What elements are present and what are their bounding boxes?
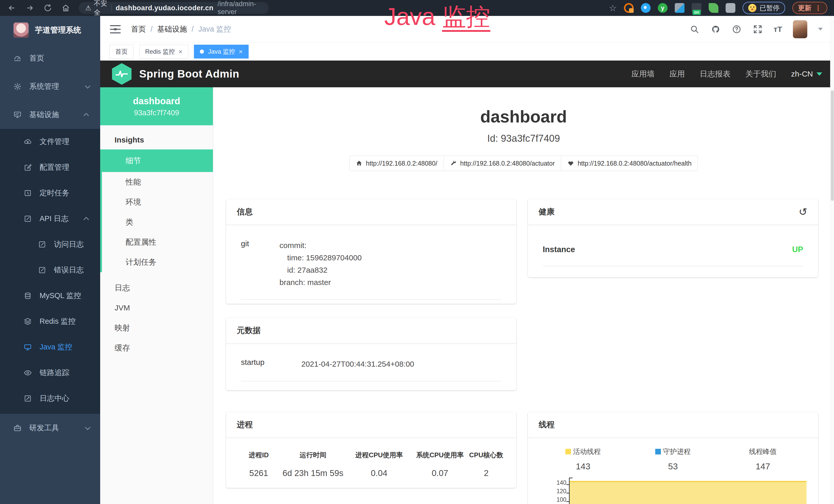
sidebar-item-tracing[interactable]: 链路追踪 xyxy=(0,360,100,386)
sidebar-item-access-log[interactable]: 访问日志 xyxy=(0,232,100,257)
menu-item-logging[interactable]: 日志 xyxy=(100,278,213,298)
reload-icon[interactable] xyxy=(43,3,53,13)
col-pid: 进程ID xyxy=(239,451,279,460)
info-card-header: 信息 xyxy=(226,199,516,225)
sidebar-item-error-log[interactable]: 错误日志 xyxy=(0,257,100,283)
startup-label: startup xyxy=(241,358,301,370)
sidebar-item-label: API 日志 xyxy=(40,214,69,224)
locale-selector[interactable]: zh-CN xyxy=(791,70,822,78)
sba-header: Spring Boot Admin 应用墙 应用 日志报表 关于我们 zh-CN xyxy=(100,61,834,87)
security-warning[interactable]: ⚠ 不安全 xyxy=(85,0,107,17)
menu-item-caches[interactable]: 缓存 xyxy=(100,338,213,358)
sba-brand[interactable]: Spring Boot Admin xyxy=(139,68,239,80)
extension-pin-icon[interactable] xyxy=(641,3,651,13)
history-icon[interactable]: ↺ xyxy=(798,206,807,218)
forward-icon[interactable] xyxy=(25,3,35,13)
paused-button[interactable]: 已暂停 xyxy=(743,2,785,14)
tag-home[interactable]: 首页 xyxy=(109,45,134,59)
update-label: 更新 xyxy=(798,4,811,13)
breadcrumb-home[interactable]: 首页 xyxy=(131,24,146,35)
tag-redis-monitor[interactable]: Redis 监控 × xyxy=(139,45,188,59)
fullscreen-icon[interactable] xyxy=(752,24,763,35)
home-icon[interactable] xyxy=(61,3,71,13)
sidebar-item-infra[interactable]: 基础设施 xyxy=(0,101,100,129)
menu-item-environment[interactable]: 环境 xyxy=(102,192,213,212)
live-threads-area-series xyxy=(570,481,807,504)
legend-label: 守护进程 xyxy=(663,447,691,456)
warning-icon: ⚠ xyxy=(85,4,91,12)
url-host: dashboard.yudao.iocoder.cn xyxy=(115,4,214,12)
extension-y-icon[interactable]: y xyxy=(658,3,667,13)
avatar-caret-icon[interactable] xyxy=(818,28,823,30)
health-url-button[interactable]: http://192.168.0.2:48080/actuator/health xyxy=(561,156,698,171)
extension-icon[interactable] xyxy=(624,3,634,13)
extension-grid-icon[interactable] xyxy=(675,3,684,13)
bookmark-star-icon[interactable]: ☆ xyxy=(609,3,617,13)
val-pid: 5261 xyxy=(239,468,279,478)
blue-swatch-icon xyxy=(655,449,661,455)
font-size-icon[interactable]: тT xyxy=(774,25,782,33)
back-icon[interactable] xyxy=(7,3,17,13)
locale-label: zh-CN xyxy=(791,70,813,78)
menu-item-config-props[interactable]: 配置属性 xyxy=(102,232,213,252)
menu-item-scheduled-tasks[interactable]: 计划任务 xyxy=(102,252,213,272)
legend-value: 147 xyxy=(756,461,770,472)
val-process-cpu: 0.04 xyxy=(347,468,411,478)
page-scrollbar[interactable] xyxy=(830,16,834,504)
tag-java-monitor[interactable]: Java 监控 × xyxy=(194,45,249,59)
java-monitor-icon xyxy=(24,343,32,351)
sidebar-item-system[interactable]: 系统管理 xyxy=(0,72,100,101)
axis-tick xyxy=(566,484,569,485)
github-icon[interactable] xyxy=(710,24,721,35)
process-table: 进程ID 运行时间 进程CPU使用率 系统CPU使用率 CPU核心数 5261 … xyxy=(239,451,503,478)
hamburger-icon[interactable] xyxy=(110,25,121,33)
sidebar-item-scheduled-jobs[interactable]: 定时任务 xyxy=(0,180,100,206)
actuator-url-button[interactable]: http://192.168.0.2:48080/actuator xyxy=(444,156,561,171)
search-icon[interactable] xyxy=(689,24,700,35)
menu-item-mappings[interactable]: 映射 xyxy=(100,318,213,338)
sidebar-item-config-mgmt[interactable]: 配置管理 xyxy=(0,155,100,180)
menu-item-metrics[interactable]: 性能 xyxy=(102,172,213,192)
user-avatar[interactable] xyxy=(793,20,807,38)
extensions-puzzle-icon[interactable] xyxy=(726,3,736,13)
close-icon[interactable]: × xyxy=(239,48,243,55)
sidebar-item-label: MySQL 监控 xyxy=(40,291,81,301)
breadcrumb-infra[interactable]: 基础设施 xyxy=(157,24,187,35)
scrollbar-thumb[interactable] xyxy=(831,90,834,201)
admin-sidebar: 芋道管理系统 首页 系统管理 基础设施 文件管理 配置管理 定时任务 API 日… xyxy=(0,16,100,504)
close-icon[interactable]: × xyxy=(178,48,182,55)
sidebar-item-label: 研发工具 xyxy=(29,423,59,433)
sidebar-item-label: 日志中心 xyxy=(40,393,69,404)
app-logo[interactable]: 芋道管理系统 xyxy=(0,16,100,44)
question-icon[interactable] xyxy=(731,24,742,35)
git-label: git xyxy=(241,239,280,289)
sba-nav-journal[interactable]: 日志报表 xyxy=(700,69,730,79)
sidebar-item-log-center[interactable]: 日志中心 xyxy=(0,386,100,411)
sba-nav-wallboard[interactable]: 应用墙 xyxy=(631,69,655,79)
menu-item-details[interactable]: 细节 xyxy=(100,150,213,172)
page-title: dashboard xyxy=(213,107,834,126)
sidebar-item-java-monitor[interactable]: Java 监控 xyxy=(0,334,100,360)
sidebar-item-home[interactable]: 首页 xyxy=(0,44,100,72)
instance-header[interactable]: dashboard 93a3fc7f7409 xyxy=(100,87,213,125)
menu-item-jvm[interactable]: JVM xyxy=(100,298,213,318)
extension-leaf-icon[interactable] xyxy=(709,3,719,13)
spring-boot-admin-logo[interactable] xyxy=(112,63,132,85)
update-button[interactable]: 更新 ⋮ xyxy=(792,2,827,14)
process-card-header: 进程 xyxy=(226,412,516,438)
address-bar[interactable]: ⚠ 不安全 dashboard.yudao.iocoder.cn/infra/a… xyxy=(79,2,269,14)
sidebar-item-mysql-monitor[interactable]: MySQL 监控 xyxy=(0,283,100,308)
sba-nav-applications[interactable]: 应用 xyxy=(670,69,685,79)
sba-main: dashboard Id: 93a3fc7f7409 http://192.16… xyxy=(213,87,834,504)
extension-switch-icon[interactable]: on xyxy=(692,3,701,13)
menu-item-classes[interactable]: 类 xyxy=(102,212,213,232)
home-icon xyxy=(356,160,363,167)
sba-nav-about[interactable]: 关于我们 xyxy=(745,69,776,79)
git-id-line: id: 27aa832 xyxy=(280,264,361,276)
sidebar-item-api-log[interactable]: API 日志 xyxy=(0,206,100,232)
service-url-button[interactable]: http://192.168.0.2:48080/ xyxy=(349,156,444,171)
sidebar-item-file-mgmt[interactable]: 文件管理 xyxy=(0,129,100,155)
sidebar-item-dev-tools[interactable]: 研发工具 xyxy=(0,414,100,442)
sidebar-item-redis-monitor[interactable]: Redis 监控 xyxy=(0,308,100,334)
chevron-down-icon xyxy=(816,72,822,76)
